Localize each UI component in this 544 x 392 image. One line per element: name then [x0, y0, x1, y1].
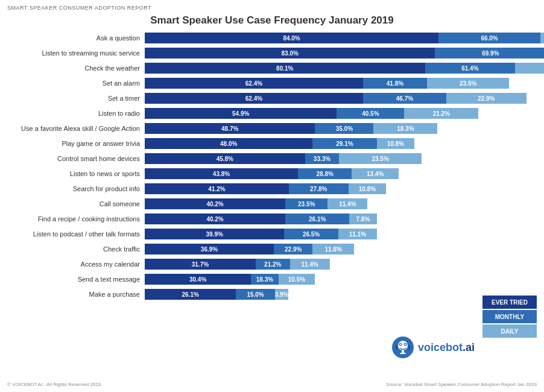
- bar-monthly: 23.5%: [285, 198, 327, 209]
- bar-monthly: 66.0%: [438, 33, 540, 43]
- chart-row: Ask a question84.0%66.0%36.9%: [6, 31, 538, 45]
- bar-monthly: 61.4%: [425, 63, 516, 74]
- bar-daily: 10.5%: [279, 274, 315, 285]
- bar-monthly: 26.5%: [284, 229, 338, 239]
- bar-monthly: 15.0%: [236, 289, 274, 300]
- bar-monthly: 69.9%: [435, 48, 544, 58]
- row-bars: 43.8%28.8%13.4%: [145, 168, 538, 179]
- legend-ever-tried: EVER TRIED: [482, 296, 537, 309]
- bar-ever-tried: 48.0%: [145, 138, 312, 149]
- row-label: Search for product info: [6, 185, 145, 192]
- bar-ever-tried: 62.4%: [145, 78, 363, 89]
- bar-monthly: 21.2%: [256, 259, 290, 270]
- bar-monthly: 46.7%: [363, 93, 446, 104]
- chart-row: Find a recipe / cooking instructions40.2…: [6, 212, 538, 226]
- row-label: Access my calendar: [6, 261, 145, 268]
- chart-row: Make a purchase26.1%15.0%3.9%: [6, 288, 538, 301]
- chart-row: Listen to news or sports43.8%28.8%13.4%: [6, 167, 538, 180]
- row-label: Listen to news or sports: [6, 170, 145, 177]
- chart-row: Control smart home devices45.8%33.3%23.5…: [6, 152, 538, 165]
- bar-ever-tried: 36.9%: [145, 244, 274, 254]
- row-bars: 40.2%23.5%11.4%: [145, 198, 538, 209]
- voicebot-logo: voicebot.ai: [391, 336, 475, 359]
- footer-right: Source: Voicebot Smart Speaker Consumer …: [386, 382, 537, 387]
- chart-row: Send a text message30.4%18.3%10.5%: [6, 273, 538, 286]
- row-label: Use a favorite Alexa skill / Google Acti…: [6, 125, 145, 132]
- row-label: Listen to podcast / other talk formats: [6, 230, 145, 238]
- row-bars: 45.8%33.3%23.5%: [145, 153, 538, 164]
- row-bars: 39.9%26.5%11.1%: [145, 229, 538, 239]
- chart-row: Search for product info41.2%27.8%10.8%: [6, 182, 538, 195]
- row-bars: 83.0%69.9%38.2%: [145, 48, 544, 58]
- bar-ever-tried: 48.7%: [145, 123, 315, 134]
- row-label: Check traffic: [6, 245, 145, 253]
- bar-monthly: 18.3%: [251, 274, 278, 285]
- bar-daily: 23.5%: [339, 153, 421, 164]
- bar-ever-tried: 84.0%: [145, 33, 438, 43]
- bar-monthly: 27.8%: [289, 183, 349, 194]
- chart-row: Set a timer62.4%46.7%22.9%: [6, 92, 538, 105]
- bar-ever-tried: 54.9%: [145, 108, 337, 119]
- chart-row: Use a favorite Alexa skill / Google Acti…: [6, 122, 538, 135]
- row-label: Set a timer: [6, 95, 145, 102]
- legend-monthly: MONTHLY: [482, 310, 537, 323]
- bar-ever-tried: 30.4%: [145, 274, 251, 285]
- row-bars: 48.0%29.1%10.8%: [145, 138, 538, 149]
- bar-ever-tried: 40.2%: [145, 213, 285, 224]
- bar-monthly: 40.5%: [337, 108, 404, 119]
- bar-daily: 11.4%: [290, 259, 330, 270]
- chart-row: Check the weather80.1%61.4%35.6%: [6, 62, 538, 75]
- chart-row: Set an alarm62.4%41.8%23.5%: [6, 77, 538, 90]
- bar-daily: 35.6%: [515, 63, 544, 74]
- bar-daily: 11.1%: [338, 229, 377, 239]
- chart-row: Check traffic36.9%22.9%11.8%: [6, 242, 538, 256]
- row-bars: 41.2%27.8%10.8%: [145, 183, 538, 194]
- row-bars: 54.9%40.5%21.2%: [145, 108, 538, 119]
- svg-point-5: [405, 344, 406, 345]
- row-label: Listen to radio: [6, 110, 145, 117]
- bar-ever-tried: 62.4%: [145, 93, 363, 104]
- chart-row: Listen to podcast / other talk formats39…: [6, 227, 538, 241]
- chart-row: Listen to radio54.9%40.5%21.2%: [6, 107, 538, 120]
- chart-row: Play game or answer trivia48.0%29.1%10.8…: [6, 137, 538, 150]
- row-label: Send a text message: [6, 276, 145, 283]
- bar-daily: 22.9%: [446, 93, 527, 104]
- row-label: Call someone: [6, 200, 145, 207]
- row-bars: 31.7%21.2%11.4%: [145, 259, 538, 270]
- bar-ever-tried: 45.8%: [145, 153, 305, 164]
- bar-daily: 11.8%: [312, 244, 353, 254]
- bar-daily: 10.8%: [349, 183, 387, 194]
- bar-ever-tried: 39.9%: [145, 229, 284, 239]
- chart-title: Smart Speaker Use Case Frequency January…: [0, 11, 544, 31]
- chart-row: Access my calendar31.7%21.2%11.4%: [6, 258, 538, 271]
- row-bars: 40.2%26.1%7.8%: [145, 213, 538, 224]
- bar-daily: 3.9%: [275, 289, 289, 300]
- row-label: Ask a question: [6, 34, 145, 42]
- logo-text: voicebot.ai: [418, 341, 475, 354]
- row-label: Listen to streaming music service: [6, 49, 145, 57]
- bar-monthly: 29.1%: [312, 138, 376, 149]
- bar-daily: 13.4%: [352, 168, 399, 179]
- bar-monthly: 41.8%: [363, 78, 427, 89]
- row-bars: 30.4%18.3%10.5%: [145, 274, 538, 285]
- svg-point-4: [400, 344, 401, 345]
- bar-daily: 21.2%: [404, 108, 478, 119]
- row-label: Play game or answer trivia: [6, 140, 145, 147]
- row-label: Make a purchase: [6, 291, 145, 298]
- bar-monthly: 26.1%: [285, 213, 349, 224]
- row-bars: 62.4%41.8%23.5%: [145, 78, 538, 89]
- row-bars: 48.7%35.0%18.3%: [145, 123, 538, 134]
- bar-ever-tried: 43.8%: [145, 168, 298, 179]
- row-bars: 36.9%22.9%11.8%: [145, 244, 538, 254]
- bar-daily: 10.8%: [377, 138, 415, 149]
- bar-daily: 11.4%: [327, 198, 367, 209]
- bar-monthly: 35.0%: [315, 123, 373, 134]
- bar-daily: 7.8%: [349, 213, 376, 224]
- bar-monthly: 33.3%: [305, 153, 340, 164]
- bar-monthly: 28.8%: [298, 168, 352, 179]
- bar-ever-tried: 31.7%: [145, 259, 256, 270]
- chart-area: Ask a question84.0%66.0%36.9%Listen to s…: [0, 31, 544, 303]
- chart-row: Listen to streaming music service83.0%69…: [6, 46, 538, 60]
- row-bars: 84.0%66.0%36.9%: [145, 33, 544, 43]
- report-label: SMART SPEAKER CONSUMER ADOPTION REPORT: [0, 0, 544, 11]
